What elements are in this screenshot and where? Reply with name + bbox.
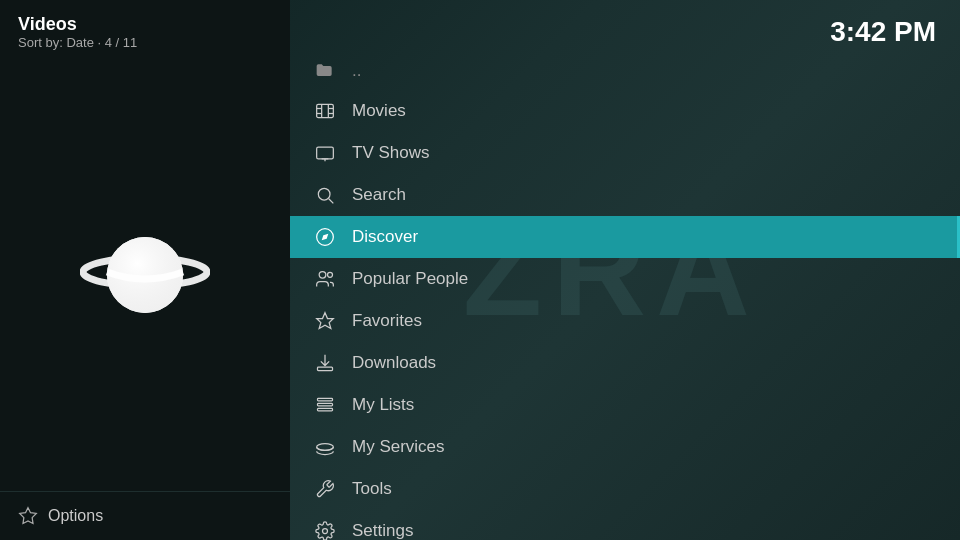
parent-label: ..: [352, 61, 361, 81]
sidebar-item-downloads[interactable]: Downloads: [290, 342, 960, 384]
search-label: Search: [352, 185, 406, 205]
discover-label: Discover: [352, 227, 418, 247]
planet-logo: [0, 58, 290, 491]
sidebar-item-my-lists[interactable]: My Lists: [290, 384, 960, 426]
people-icon: [314, 268, 336, 290]
movie-icon: [314, 100, 336, 122]
svg-point-16: [318, 188, 330, 200]
svg-line-17: [329, 199, 334, 204]
panel-footer[interactable]: Options: [0, 491, 290, 540]
sidebar-item-tools[interactable]: Tools: [290, 468, 960, 510]
panel-header: Videos Sort by: Date · 4 / 11: [0, 0, 290, 58]
svg-point-20: [319, 272, 326, 279]
svg-marker-5: [20, 508, 37, 524]
left-panel: Videos Sort by: Date · 4 / 11: [0, 0, 290, 540]
popular-people-label: Popular People: [352, 269, 468, 289]
svg-point-21: [328, 272, 333, 277]
list-item-parent[interactable]: ..: [290, 52, 960, 90]
tv-icon: [314, 142, 336, 164]
sidebar-item-settings[interactable]: Settings: [290, 510, 960, 540]
download-icon: [314, 352, 336, 374]
svg-marker-22: [317, 313, 334, 329]
sidebar-item-favorites[interactable]: Favorites: [290, 300, 960, 342]
tools-icon: [314, 478, 336, 500]
menu-list: .. Movies TV Shows Search Discover Popul…: [290, 0, 960, 540]
discover-icon: [314, 226, 336, 248]
sidebar-item-tvshows[interactable]: TV Shows: [290, 132, 960, 174]
movies-label: Movies: [352, 101, 406, 121]
sidebar-item-my-services[interactable]: My Services: [290, 426, 960, 468]
sidebar-item-discover[interactable]: Discover: [290, 216, 960, 258]
settings-icon: [314, 520, 336, 540]
svg-rect-23: [318, 367, 333, 370]
tools-label: Tools: [352, 479, 392, 499]
options-label: Options: [48, 507, 103, 525]
downloads-label: Downloads: [352, 353, 436, 373]
svg-rect-26: [318, 408, 333, 411]
planet-icon: [80, 220, 210, 330]
svg-rect-25: [318, 403, 333, 406]
svg-rect-24: [318, 398, 333, 401]
panel-title: Videos: [18, 14, 272, 35]
folder-icon: [314, 60, 336, 82]
star-icon: [314, 310, 336, 332]
clock: 3:42 PM: [830, 16, 936, 48]
sidebar-item-popular-people[interactable]: Popular People: [290, 258, 960, 300]
settings-label: Settings: [352, 521, 413, 540]
panel-subtitle: Sort by: Date · 4 / 11: [18, 35, 272, 50]
tvshows-label: TV Shows: [352, 143, 429, 163]
svg-rect-6: [317, 104, 334, 117]
svg-rect-13: [317, 147, 334, 159]
options-icon: [18, 506, 38, 526]
favorites-label: Favorites: [352, 311, 422, 331]
services-icon: [314, 436, 336, 458]
my-services-label: My Services: [352, 437, 445, 457]
search-icon: [314, 184, 336, 206]
sidebar-item-search[interactable]: Search: [290, 174, 960, 216]
svg-point-28: [323, 529, 328, 534]
svg-marker-19: [322, 234, 329, 241]
my-lists-label: My Lists: [352, 395, 414, 415]
sidebar-item-movies[interactable]: Movies: [290, 90, 960, 132]
list-icon: [314, 394, 336, 416]
